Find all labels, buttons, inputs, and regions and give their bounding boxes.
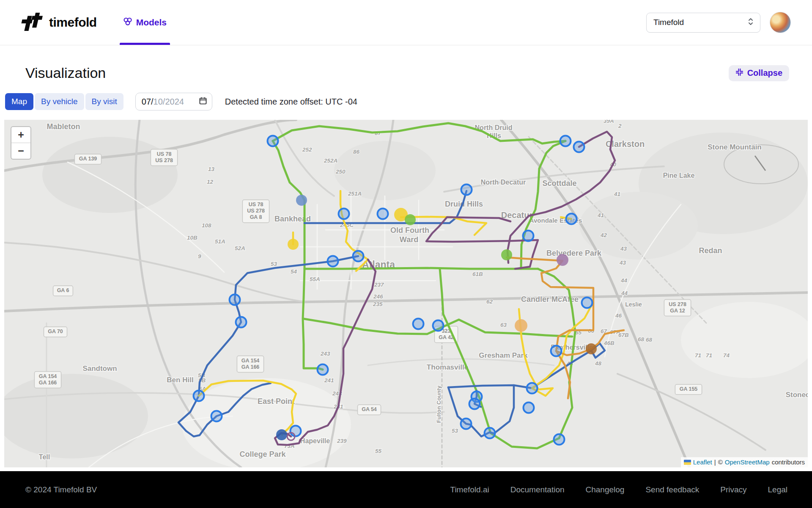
route-line[interactable] [273, 141, 323, 370]
vehicle-dot-marker[interactable] [501, 249, 512, 260]
svg-text:GA 8: GA 8 [250, 214, 262, 220]
exit-number-label: 9 [198, 253, 201, 260]
visit-marker[interactable] [527, 383, 538, 394]
visit-marker[interactable] [413, 319, 424, 329]
footer-link-timefold-ai[interactable]: Timefold.ai [450, 485, 489, 494]
zoom-in-button[interactable]: + [11, 127, 30, 143]
visit-marker[interactable] [560, 136, 571, 146]
visit-marker[interactable] [230, 295, 240, 305]
exit-number-label: 43 [619, 260, 626, 266]
visit-marker[interactable] [318, 364, 328, 375]
visit-marker[interactable] [582, 298, 593, 308]
exit-number-label: 252A [324, 157, 337, 164]
user-avatar[interactable] [770, 12, 791, 33]
road-shield: GA 154GA 166 [34, 372, 61, 388]
map-place-label: Redan [699, 246, 722, 255]
footer-link-legal[interactable]: Legal [768, 485, 788, 494]
tab-map[interactable]: Map [5, 93, 33, 110]
exit-number-label: 251A [348, 190, 362, 197]
map-place-label: East Point [258, 397, 295, 406]
visit-marker[interactable] [433, 320, 444, 331]
visit-marker[interactable] [469, 399, 480, 409]
visit-marker[interactable] [523, 231, 534, 241]
workspace-select[interactable]: Timefold [646, 13, 760, 33]
visit-marker[interactable] [574, 142, 584, 152]
svg-text:GA 154: GA 154 [39, 373, 57, 379]
map-attribution: Leaflet | © OpenStreetMap contributors [681, 457, 808, 467]
visit-marker[interactable] [524, 403, 534, 413]
exit-number-label: 55A [310, 276, 320, 282]
route-line[interactable] [304, 268, 538, 269]
vehicle-dot-marker[interactable] [515, 319, 527, 332]
nav-item-label: Models [136, 17, 167, 28]
visit-marker[interactable] [461, 419, 472, 429]
date-value: 07/10/2024 [142, 97, 184, 107]
road-shield: GA 155 [675, 384, 702, 395]
map-place-label: Old Fourth [390, 226, 429, 235]
exit-number-label: 54 [291, 268, 297, 275]
route-line[interactable] [556, 351, 570, 398]
svg-text:GA 12: GA 12 [670, 308, 685, 314]
visit-marker[interactable] [211, 411, 222, 422]
collapse-label: Collapse [747, 68, 782, 78]
exit-number-label: 246 [373, 293, 383, 300]
svg-text:GA 166: GA 166 [241, 364, 260, 370]
date-input[interactable]: 07/10/2024 [135, 93, 212, 110]
exit-number-label: 86 [353, 149, 360, 155]
footer-link-documentation[interactable]: Documentation [510, 485, 565, 494]
map-place-label: Gresham Park [479, 351, 528, 359]
visit-marker[interactable] [378, 209, 388, 219]
vehicle-dot-marker[interactable] [586, 343, 597, 354]
exit-number-label: 51A [215, 238, 225, 245]
tab-by-vehicle[interactable]: By vehicle [35, 93, 84, 110]
vehicle-dot-marker[interactable] [288, 239, 299, 250]
visit-marker[interactable] [554, 434, 565, 445]
footer-link-changelog[interactable]: Changelog [586, 485, 625, 494]
road-shield: US 78US 278GA 8 [242, 200, 269, 223]
visit-marker[interactable] [461, 185, 472, 195]
footer-link-send-feedback[interactable]: Send feedback [645, 485, 699, 494]
calendar-icon[interactable] [199, 97, 207, 107]
exit-number-label: 68 [646, 337, 653, 343]
tab-by-visit[interactable]: By visit [85, 93, 123, 110]
route-line[interactable] [273, 123, 565, 144]
visit-marker[interactable] [551, 346, 562, 356]
visit-marker[interactable] [194, 391, 204, 401]
leaflet-map[interactable]: GA 139US 78US 278US 78US 278GA 8GA 6GA 7… [4, 120, 808, 467]
visit-marker[interactable] [339, 209, 349, 219]
route-line[interactable] [507, 257, 593, 351]
visit-marker[interactable] [291, 426, 301, 436]
map-place-label: Tell [39, 453, 50, 461]
exit-number-label: 74 [723, 352, 730, 359]
vehicle-dot-marker[interactable] [557, 254, 568, 266]
exit-number-label: 41 [614, 191, 620, 197]
exit-number-label: 68 [638, 336, 645, 342]
visit-marker[interactable] [485, 428, 495, 439]
visit-marker[interactable] [566, 214, 577, 224]
svg-text:GA 70: GA 70 [48, 329, 63, 334]
nav-item-models[interactable]: Models [123, 0, 167, 45]
collapse-button[interactable]: Collapse [729, 65, 789, 81]
visit-marker[interactable] [236, 317, 247, 328]
map-place-label: Scottdale [542, 179, 576, 188]
footer-link-privacy[interactable]: Privacy [720, 485, 746, 494]
map-place-label: North Decatur [481, 179, 526, 186]
vehicle-dot-marker[interactable] [405, 214, 416, 225]
visit-marker[interactable] [328, 256, 338, 267]
exit-number-label: 235 [373, 301, 383, 307]
visit-marker[interactable] [268, 136, 278, 146]
main-nav: Models [123, 0, 167, 45]
visit-marker[interactable] [353, 251, 364, 262]
osm-link[interactable]: OpenStreetMap [725, 458, 770, 466]
brand[interactable]: timefold [20, 10, 97, 35]
vehicle-dot-marker[interactable] [276, 429, 287, 440]
zoom-out-button[interactable]: − [11, 143, 30, 159]
svg-text:GA 6: GA 6 [57, 287, 69, 293]
svg-text:GA 155: GA 155 [680, 386, 698, 392]
page-footer: © 2024 Timefold BV Timefold.ai Documenta… [0, 471, 812, 508]
leaflet-link[interactable]: Leaflet [693, 458, 712, 466]
exit-number-label: 55 [375, 448, 382, 454]
map-canvas: GA 139US 78US 278US 78US 278GA 8GA 6GA 7… [4, 120, 808, 467]
vehicle-dot-marker[interactable] [296, 195, 307, 206]
map-place-label: Fulton County [436, 385, 442, 423]
